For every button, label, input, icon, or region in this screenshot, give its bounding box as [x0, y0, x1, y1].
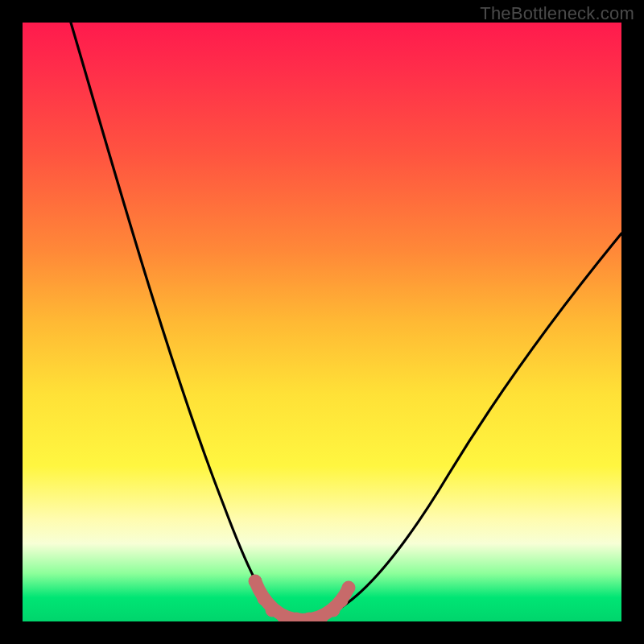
watermark-text: TheBottleneck.com: [480, 3, 634, 24]
chart-frame: TheBottleneck.com: [0, 0, 644, 644]
curve-path: [71, 23, 621, 618]
bottleneck-curve: [23, 23, 621, 621]
plot-area: [23, 23, 621, 621]
bottom-marker-group: [249, 575, 355, 621]
